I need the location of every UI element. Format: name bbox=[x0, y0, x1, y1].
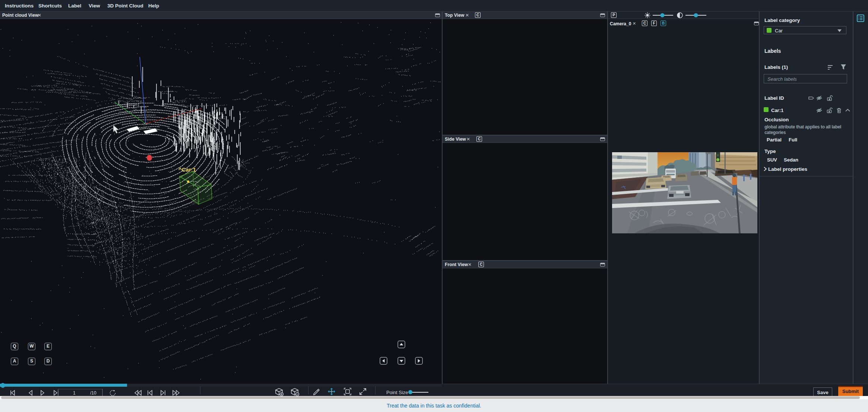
svg-text:1: 1 bbox=[73, 390, 76, 396]
svg-text:/10: /10 bbox=[90, 390, 96, 396]
svg-text:^Car:1: ^Car:1 bbox=[178, 166, 196, 173]
